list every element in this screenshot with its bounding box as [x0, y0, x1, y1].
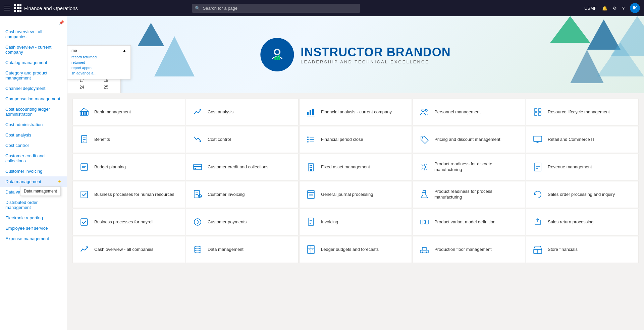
- svg-rect-72: [81, 219, 88, 225]
- tile-icon-product-readiness-discrete: [418, 161, 430, 173]
- tile-icon-business-processes-payroll: [78, 216, 90, 228]
- tile-label-cash-overview-all: Cash overview - all companies: [94, 247, 153, 253]
- tile-financial-analysis-current[interactable]: Financial analysis - current company: [299, 99, 412, 125]
- sidebar-item-label-14: Distributed order management: [5, 200, 61, 210]
- tile-product-variant-model[interactable]: Product variant model definition: [413, 209, 525, 235]
- svg-rect-22: [312, 109, 314, 115]
- company-name: INSTRUCTOR BRANDON: [301, 45, 450, 59]
- tile-financial-period-close[interactable]: Financial period close: [299, 126, 412, 153]
- tile-invoicing[interactable]: Invoicing: [299, 209, 412, 235]
- sidebar-item-4[interactable]: Channel deployment: [0, 83, 67, 94]
- tile-label-store-financials: Store financials: [548, 247, 578, 253]
- sidebar-item-13[interactable]: Data validation checklist: [0, 187, 67, 197]
- cal-day-24[interactable]: 24: [70, 84, 94, 90]
- sidebar-item-7[interactable]: Cost administration: [0, 119, 67, 130]
- sidebar-item-label-16: Employee self service: [5, 226, 61, 231]
- tile-icon-production-floor-management: [418, 243, 430, 256]
- help-icon[interactable]: ?: [622, 6, 625, 11]
- tile-cost-analysis[interactable]: Cost analysis: [186, 99, 299, 125]
- svg-rect-15: [81, 112, 82, 115]
- sidebar-item-1[interactable]: Cash overview - current company: [0, 42, 67, 57]
- notif-header: me ▲: [71, 48, 126, 53]
- notif-item-3[interactable]: sh advance a...: [71, 71, 126, 75]
- user-company: USMF: [584, 6, 597, 11]
- tile-business-processes-payroll[interactable]: Business processes for payroll: [72, 209, 185, 235]
- tile-product-readiness-discrete[interactable]: Product readiness for discrete manufactu…: [413, 154, 525, 180]
- svg-rect-21: [310, 110, 311, 115]
- tile-label-bank-management: Bank management: [94, 109, 131, 115]
- sidebar-item-16[interactable]: Employee self service: [0, 223, 67, 233]
- notif-item-1[interactable]: returned: [71, 60, 126, 64]
- notif-item-0[interactable]: record returned: [71, 55, 126, 59]
- svg-point-57: [423, 166, 426, 168]
- svg-rect-63: [194, 190, 200, 198]
- sidebar-item-label-1: Cash overview - current company: [5, 45, 61, 55]
- search-icon: 🔍: [195, 6, 200, 11]
- sidebar-item-3[interactable]: Category and product management: [0, 68, 67, 83]
- tile-revenue-management[interactable]: Revenue management: [526, 154, 639, 180]
- tile-cash-overview-all[interactable]: Cash overview - all companies: [72, 236, 185, 263]
- tile-sales-order-processing[interactable]: Sales order processing and inquiry: [526, 181, 639, 208]
- notif-item-2[interactable]: report appro...: [71, 66, 126, 70]
- avatar[interactable]: IK: [630, 3, 640, 13]
- sidebar-item-label-9: Cost control: [5, 143, 61, 148]
- sidebar-item-2[interactable]: Catalog management: [0, 57, 67, 68]
- cal-day-25[interactable]: 25: [94, 84, 118, 90]
- svg-rect-13: [278, 55, 280, 60]
- sidebar-item-6[interactable]: Cost accounting ledger administration: [0, 104, 67, 119]
- tile-retail-commerce-it[interactable]: Retail and Commerce IT: [526, 126, 639, 153]
- tile-resource-lifecycle[interactable]: Resource lifecycle management: [526, 99, 639, 125]
- svg-rect-11: [274, 57, 276, 60]
- tile-ledger-budgets-forecasts[interactable]: Ledger budgets and forecasts: [299, 236, 412, 263]
- svg-point-38: [307, 139, 309, 140]
- tile-benefits[interactable]: Benefits: [72, 126, 185, 153]
- tile-personnel-management[interactable]: Personnel management: [413, 99, 525, 125]
- sidebar-item-14[interactable]: Distributed order management: [0, 197, 67, 213]
- sidebar-item-8[interactable]: Cost analysis: [0, 130, 67, 140]
- hamburger-menu[interactable]: [4, 6, 10, 10]
- tile-icon-retail-commerce-it: [532, 133, 544, 146]
- tile-budget-planning[interactable]: Budget planning: [72, 154, 185, 180]
- tile-customer-credit-collections[interactable]: Customer credit and collections: [186, 154, 299, 180]
- tile-pricing-discount[interactable]: Pricing and discount management: [413, 126, 525, 153]
- sidebar-item-15[interactable]: Electronic reporting: [0, 213, 67, 223]
- app-logo: Finance and Operations: [14, 4, 78, 12]
- notif-collapse-icon[interactable]: ▲: [122, 48, 126, 53]
- tile-icon-revenue-management: [532, 161, 544, 173]
- tile-store-financials[interactable]: Store financials: [526, 236, 639, 263]
- tile-label-fixed-asset-management: Fixed asset management: [321, 164, 370, 170]
- sidebar-item-10[interactable]: Customer credit and collections: [0, 151, 67, 166]
- sidebar-item-12[interactable]: Data management★: [0, 176, 67, 187]
- sidebar-item-9[interactable]: Cost control: [0, 140, 67, 151]
- svg-rect-78: [420, 220, 423, 224]
- tile-label-retail-commerce-it: Retail and Commerce IT: [548, 137, 595, 143]
- svg-rect-62: [81, 191, 88, 198]
- sidebar-item-0[interactable]: Cash overview - all companies: [0, 26, 67, 42]
- tile-cost-control[interactable]: Cost control: [186, 126, 299, 153]
- tile-general-journal-processing[interactable]: General journal processing: [299, 181, 412, 208]
- settings-icon[interactable]: ⚙: [613, 6, 617, 11]
- sidebar-item-5[interactable]: Compensation management: [0, 94, 67, 104]
- search-input[interactable]: [192, 4, 360, 13]
- tile-product-readiness-process[interactable]: Product readiness for process manufactur…: [413, 181, 525, 208]
- tile-business-processes-hr[interactable]: Business processes for human resources: [72, 181, 185, 208]
- tile-customer-invoicing[interactable]: Customer invoicing: [186, 181, 299, 208]
- tile-sales-return-processing[interactable]: Sales return processing: [526, 209, 639, 235]
- tile-icon-sales-return-processing: [532, 216, 544, 228]
- tile-icon-personnel-management: [418, 106, 430, 118]
- svg-rect-67: [308, 190, 314, 199]
- sidebar-item-17[interactable]: Expense management: [0, 233, 67, 244]
- tile-fixed-asset-management[interactable]: Fixed asset management: [299, 154, 412, 180]
- tile-customer-payments[interactable]: Customer payments: [186, 209, 299, 235]
- tile-production-floor-management[interactable]: Production floor management: [413, 236, 525, 263]
- svg-point-25: [425, 109, 427, 111]
- sidebar-item-label-4: Channel deployment: [5, 86, 61, 91]
- tile-bank-management[interactable]: Bank management: [72, 99, 185, 125]
- notifications-icon[interactable]: 🔔: [602, 6, 607, 11]
- tile-icon-budget-planning: [78, 161, 90, 173]
- tile-data-management[interactable]: Data management: [186, 236, 299, 263]
- pin-icon[interactable]: 📌: [59, 20, 64, 25]
- sidebar-item-11[interactable]: Customer invoicing: [0, 166, 67, 176]
- waffle-icon[interactable]: [14, 4, 21, 12]
- tile-icon-bank-management: [78, 106, 90, 118]
